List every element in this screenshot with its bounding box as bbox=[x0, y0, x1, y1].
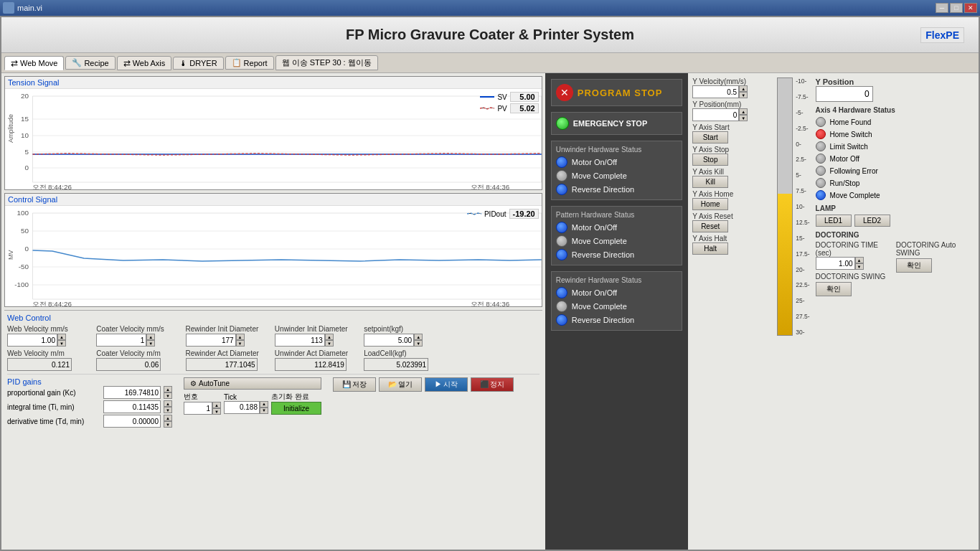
autotune-button[interactable]: ⚙AutoTune bbox=[184, 377, 321, 390]
setpoint-down[interactable]: ▼ bbox=[414, 340, 423, 347]
doctoring-title: DOCTORING bbox=[816, 231, 974, 239]
rewinder-init-up[interactable]: ▲ bbox=[236, 334, 245, 340]
y-halt-button[interactable]: Halt bbox=[692, 242, 728, 255]
y-position-input[interactable] bbox=[692, 108, 739, 121]
tick-up[interactable]: ▲ bbox=[260, 401, 268, 408]
unwinder-act-field: Unwinder Act Diameter 112.8419 bbox=[275, 349, 361, 371]
app-title-bar: FP Micro Gravure Coater & Printer System… bbox=[1, 17, 979, 53]
right-side-column: Y Position Axis 4 Hardware Status Home F… bbox=[816, 77, 974, 545]
start-button[interactable]: ▶ 시작 bbox=[425, 377, 468, 392]
doctoring-confirm-button[interactable]: 확인 bbox=[816, 282, 852, 296]
tick-input[interactable] bbox=[224, 401, 260, 414]
y-reset-button[interactable]: Reset bbox=[692, 220, 728, 232]
axis4-hardware-status: Axis 4 Hardware Status Home Found Home S… bbox=[816, 106, 974, 200]
rewinder-hw-status: Rewinder Hardware Status Motor On/Off Mo… bbox=[551, 271, 682, 331]
save-button[interactable]: 💾 저장 bbox=[333, 377, 376, 392]
y-kill-section: Y Axis Kill Kill bbox=[692, 168, 771, 188]
web-velocity-m-val: 0.121 bbox=[7, 358, 72, 371]
y-stop-button[interactable]: Stop bbox=[692, 154, 728, 166]
tab-web-axis[interactable]: ⇄ Web Axis bbox=[117, 56, 172, 70]
svg-text:-100: -100 bbox=[14, 281, 29, 288]
batch-no-input[interactable] bbox=[184, 402, 212, 415]
unwinder-reverse-led bbox=[556, 184, 567, 195]
home-switch-item: Home Switch bbox=[816, 129, 974, 139]
web-velocity-input[interactable] bbox=[7, 334, 57, 347]
unwinder-motor-label: Motor On/Off bbox=[572, 158, 617, 166]
coater-velocity-up[interactable]: ▲ bbox=[146, 334, 155, 340]
y-start-button[interactable]: Start bbox=[692, 131, 728, 143]
y-vel-down[interactable]: ▼ bbox=[739, 92, 748, 98]
tab-web-move[interactable]: ⇄ Web Move bbox=[4, 56, 64, 70]
limit-switch-label: Limit Switch bbox=[830, 143, 868, 151]
unwinder-init-input[interactable] bbox=[275, 334, 325, 347]
ti-up[interactable]: ▲ bbox=[164, 400, 172, 407]
y-kill-button[interactable]: Kill bbox=[692, 176, 728, 188]
rewinder-motor: Motor On/Off bbox=[556, 287, 677, 298]
save-label: 저장 bbox=[352, 380, 367, 388]
setpoint-up[interactable]: ▲ bbox=[414, 334, 423, 340]
led1-button[interactable]: LED1 bbox=[816, 215, 852, 227]
unwinder-act-val: 112.8419 bbox=[275, 358, 347, 371]
stop-button[interactable]: ⬛ 정지 bbox=[471, 377, 514, 392]
close-button[interactable]: ✕ bbox=[964, 3, 977, 13]
loadcell-val: 5.023991 bbox=[364, 358, 428, 371]
tick-down[interactable]: ▼ bbox=[260, 408, 268, 414]
y-home-button[interactable]: Home bbox=[692, 198, 728, 210]
doc-time-up[interactable]: ▲ bbox=[855, 257, 864, 263]
doc-time-down[interactable]: ▼ bbox=[855, 263, 864, 270]
doctoring-autoswing-button[interactable]: 확인 bbox=[896, 258, 932, 273]
y-pos-down[interactable]: ▼ bbox=[739, 115, 748, 121]
coater-velocity-down[interactable]: ▼ bbox=[146, 340, 155, 347]
td-up[interactable]: ▲ bbox=[164, 415, 172, 421]
tab-report-label: Report bbox=[244, 59, 268, 67]
tab-step[interactable]: 웹 이송 STEP 30 : 웹이동 bbox=[275, 55, 378, 70]
setpoint-input[interactable] bbox=[364, 334, 414, 347]
title-bar: main.vi ─ □ ✕ bbox=[0, 0, 980, 16]
middle-panel: ✕ PROGRAM STOP EMERGENCY STOP Unwinder H… bbox=[545, 73, 688, 550]
pv-label: PV bbox=[497, 105, 507, 113]
batch-up[interactable]: ▲ bbox=[212, 402, 221, 408]
svg-text:오전 8:44:36: 오전 8:44:36 bbox=[471, 300, 510, 306]
program-stop-button[interactable]: ✕ PROGRAM STOP bbox=[551, 79, 682, 106]
doctoring-time-input[interactable] bbox=[816, 257, 855, 270]
td-input[interactable] bbox=[103, 415, 161, 428]
initialize-button[interactable]: Initialize bbox=[271, 402, 321, 415]
minimize-button[interactable]: ─ bbox=[936, 3, 948, 13]
web-velocity-up[interactable]: ▲ bbox=[57, 334, 66, 340]
pattern-title: Pattern Hardware Status bbox=[556, 211, 677, 219]
motor-off-label: Motor Off bbox=[830, 155, 860, 163]
ti-label: integral time (Ti, min) bbox=[7, 403, 100, 411]
gauge-scale: -10- -7.5- -5- -2.5- 0- 2.5- 5- 7.5- 10-… bbox=[794, 77, 809, 336]
emergency-stop-label: EMERGENCY STOP bbox=[573, 119, 648, 128]
open-button[interactable]: 📂 열기 bbox=[379, 377, 422, 392]
coater-velocity-input[interactable] bbox=[96, 334, 146, 347]
maximize-button[interactable]: □ bbox=[950, 3, 963, 13]
y-velocity-input[interactable] bbox=[692, 85, 739, 98]
kc-input[interactable] bbox=[103, 386, 161, 399]
web-velocity-m-label: Web Velocity m/m bbox=[7, 349, 93, 357]
tab-dryer[interactable]: 🌡 DRYER bbox=[173, 57, 223, 70]
tab-report[interactable]: 📋 Report bbox=[225, 56, 274, 70]
tab-recipe[interactable]: 🔧 Recipe bbox=[65, 56, 115, 70]
rewinder-init-down[interactable]: ▼ bbox=[236, 340, 245, 347]
td-down[interactable]: ▼ bbox=[164, 421, 172, 428]
tab-web-axis-label: Web Axis bbox=[133, 59, 166, 67]
rewinder-init-input[interactable] bbox=[186, 334, 236, 347]
kc-up[interactable]: ▲ bbox=[164, 386, 172, 392]
y-pos-display-input[interactable] bbox=[816, 86, 873, 102]
y-vel-up[interactable]: ▲ bbox=[739, 85, 748, 92]
svg-text:-50: -50 bbox=[19, 263, 29, 270]
web-velocity-down[interactable]: ▼ bbox=[57, 340, 66, 347]
gauge-bar bbox=[777, 77, 793, 336]
led2-button[interactable]: LED2 bbox=[854, 215, 890, 227]
y-pos-up[interactable]: ▲ bbox=[739, 108, 748, 115]
ti-down[interactable]: ▼ bbox=[164, 407, 172, 413]
batch-down[interactable]: ▼ bbox=[212, 408, 221, 415]
unwinder-init-down[interactable]: ▼ bbox=[325, 340, 334, 347]
kc-down[interactable]: ▼ bbox=[164, 392, 172, 399]
svg-text:100: 100 bbox=[17, 209, 29, 216]
emergency-stop-button[interactable]: EMERGENCY STOP bbox=[551, 112, 682, 135]
unwinder-init-up[interactable]: ▲ bbox=[325, 334, 334, 340]
rewinder-motor-led bbox=[556, 287, 567, 298]
ti-input[interactable] bbox=[103, 400, 161, 413]
